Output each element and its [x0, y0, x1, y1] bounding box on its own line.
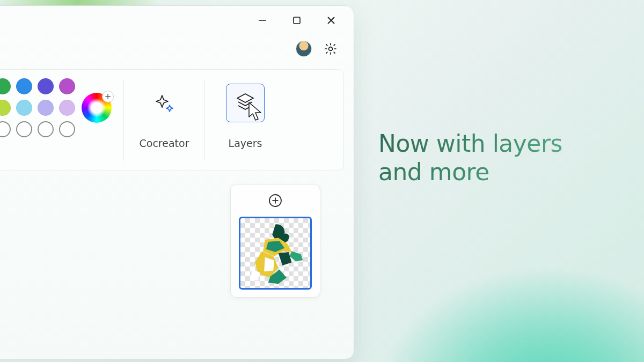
- svg-point-4: [329, 47, 333, 51]
- color-swatch[interactable]: [59, 100, 75, 116]
- headline-line-2: and more: [378, 158, 489, 186]
- cocreator-label: Cocreator: [140, 137, 189, 149]
- titlebar: [0, 6, 354, 35]
- user-avatar[interactable]: [296, 41, 312, 57]
- settings-button[interactable]: [323, 41, 339, 57]
- add-layer-button[interactable]: [265, 190, 286, 211]
- headline-line-1: Now with layers: [378, 130, 562, 157]
- color-swatch[interactable]: [38, 78, 54, 94]
- color-swatches: [0, 78, 75, 137]
- color-swatch[interactable]: [0, 100, 11, 116]
- color-picker[interactable]: +: [82, 93, 112, 123]
- color-palette-group: +: [0, 70, 123, 171]
- minimize-button[interactable]: [255, 13, 270, 28]
- cocreator-button[interactable]: [145, 84, 184, 122]
- maximize-icon: [292, 16, 302, 25]
- color-swatch[interactable]: [0, 78, 11, 94]
- close-icon: [326, 15, 336, 26]
- plus-circle-icon: [268, 193, 283, 208]
- cocreator-group[interactable]: Cocreator: [124, 70, 204, 171]
- color-swatch[interactable]: [16, 100, 32, 116]
- layers-label: Layers: [229, 137, 262, 149]
- marketing-headline: Now with layers and more: [378, 130, 625, 187]
- promo-stage: + Cocreator: [0, 0, 644, 362]
- header-actions: [0, 35, 354, 63]
- color-swatch[interactable]: [59, 78, 75, 94]
- color-swatch[interactable]: [38, 100, 54, 116]
- layer-thumbnail-selected[interactable]: [239, 217, 312, 290]
- layers-button[interactable]: [226, 84, 265, 122]
- color-swatch-empty[interactable]: [38, 121, 54, 137]
- minimize-icon: [257, 15, 268, 26]
- ribbon: + Cocreator: [0, 69, 344, 171]
- close-button[interactable]: [324, 13, 339, 28]
- maximize-button[interactable]: [289, 13, 304, 28]
- add-color-badge: +: [102, 91, 114, 102]
- color-swatch-empty[interactable]: [16, 121, 32, 137]
- layers-icon: [233, 91, 258, 115]
- layer-artwork-icon: [243, 220, 308, 286]
- gear-icon: [324, 42, 338, 56]
- svg-rect-1: [294, 17, 300, 24]
- layers-group[interactable]: Layers: [205, 70, 286, 171]
- color-swatch[interactable]: [16, 78, 32, 94]
- color-swatch-empty[interactable]: [59, 121, 75, 137]
- app-window: + Cocreator: [0, 5, 354, 359]
- sparkle-icon: [152, 91, 176, 115]
- color-swatch-empty[interactable]: [0, 121, 11, 137]
- layers-panel: [230, 184, 320, 298]
